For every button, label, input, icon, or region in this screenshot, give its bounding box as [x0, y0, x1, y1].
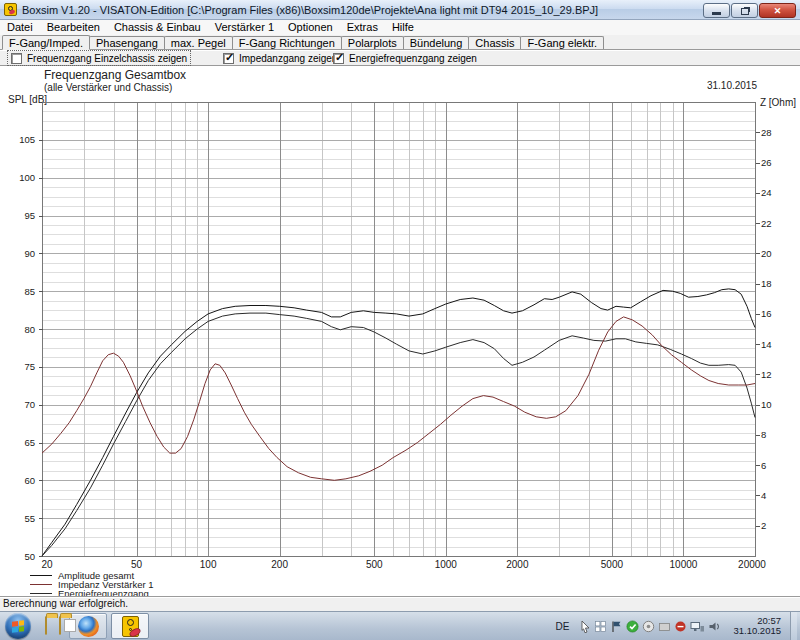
taskbar: DE 20:57 31.10.2015: [0, 611, 800, 640]
frequency-response-plot: 1051009590858075706560555028262422201816…: [0, 66, 800, 596]
checkbox-group-impedanzgang-zeigen[interactable]: Impedanzgang zeigen: [220, 51, 340, 65]
svg-text:55: 55: [24, 513, 35, 524]
tab-f-gang-elektr[interactable]: F-Gang elektr.: [520, 36, 604, 49]
checkbox-energiefrequenzgang-zeigen[interactable]: [333, 53, 344, 64]
boxsim-icon: [122, 616, 139, 637]
legend-line-sample: [30, 575, 52, 576]
menu-item-datei[interactable]: Datei: [0, 20, 40, 35]
show-desktop-button[interactable]: [790, 612, 797, 640]
minimize-icon: [712, 12, 721, 15]
shield-check-icon[interactable]: [626, 620, 639, 633]
clock[interactable]: 20:57 31.10.2015: [733, 616, 781, 636]
svg-text:6: 6: [761, 460, 766, 471]
window-title: Boxsim V1.20 - VISATON-Edition [C:\Progr…: [22, 4, 598, 16]
restore-button[interactable]: [731, 3, 758, 18]
language-indicator[interactable]: DE: [556, 621, 570, 632]
menu-item-bearbeiten[interactable]: Bearbeiten: [40, 20, 107, 35]
flag-icon[interactable]: [610, 620, 623, 633]
checkbox-group-frequenzgang-einzelchassis-zeigen[interactable]: Frequenzgang Einzelchassis zeigen: [8, 51, 190, 65]
svg-text:200: 200: [271, 559, 288, 570]
tab-row: F-Gang/Imped.Phasengangmax. PegelF-Gang …: [0, 35, 800, 50]
svg-text:28: 28: [761, 127, 772, 138]
svg-text:5000: 5000: [601, 559, 624, 570]
windows-grid-icon[interactable]: [594, 620, 607, 633]
menu-item-verstärker-1[interactable]: Verstärker 1: [208, 20, 281, 35]
taskbar-item-windows-explorer[interactable]: [45, 617, 47, 635]
svg-text:50: 50: [131, 559, 143, 570]
tab-phasengang[interactable]: Phasengang: [89, 36, 165, 49]
tray-date: 31.10.2015: [733, 626, 781, 636]
tab-polarplots[interactable]: Polarplots: [341, 36, 404, 49]
documents-folder-icon: [59, 616, 61, 635]
svg-text:8: 8: [761, 429, 766, 440]
network-icon[interactable]: [690, 620, 705, 633]
svg-text:14: 14: [761, 339, 772, 350]
svg-text:65: 65: [24, 437, 35, 448]
firefox-icon: [78, 616, 99, 637]
status-bar: Berechnung war erfolgreich.: [0, 596, 800, 611]
close-button[interactable]: ✕: [759, 3, 796, 18]
curve-energiefrequenzgang: [42, 313, 755, 556]
svg-text:26: 26: [761, 157, 772, 168]
curve-amplitude-gesamt: [42, 289, 755, 556]
restore-icon: [741, 8, 749, 15]
svg-text:24: 24: [761, 187, 772, 198]
alert-red-icon[interactable]: [674, 620, 687, 633]
checkbox-label: Impedanzgang zeigen: [239, 53, 337, 64]
cursor-icon[interactable]: [578, 620, 591, 633]
chart-legend: Amplitude gesamtImpedanz Verstärker 1Ene…: [30, 571, 154, 598]
checkbox-label: Frequenzgang Einzelchassis zeigen: [27, 53, 187, 64]
wheel-icon[interactable]: [642, 620, 655, 633]
curve-impedanz-verstärker-1: [42, 317, 755, 480]
checkbox-label: Energiefrequenzgang zeigen: [349, 53, 477, 64]
svg-text:70: 70: [24, 399, 35, 410]
svg-text:20: 20: [41, 559, 53, 570]
system-tray: DE 20:57 31.10.2015: [556, 612, 800, 640]
taskbar-item-boxsim[interactable]: [111, 613, 149, 639]
tab-bündelung[interactable]: Bündelung: [403, 36, 470, 49]
svg-text:75: 75: [24, 361, 35, 372]
svg-text:100: 100: [200, 559, 217, 570]
minimize-button[interactable]: [703, 3, 730, 18]
svg-text:20000: 20000: [738, 559, 766, 570]
start-button[interactable]: [5, 613, 31, 639]
svg-text:10000: 10000: [670, 559, 698, 570]
card-icon[interactable]: [658, 620, 671, 633]
menu-bar: DateiBearbeitenChassis & EinbauVerstärke…: [0, 20, 800, 35]
svg-text:60: 60: [24, 475, 35, 486]
tab-f-gang-imped[interactable]: F-Gang/Imped.: [2, 35, 90, 50]
boxsim-app-icon: [4, 3, 17, 16]
svg-text:18: 18: [761, 278, 772, 289]
legend-line-sample: [30, 584, 52, 585]
status-text: Berechnung war erfolgreich.: [3, 598, 128, 609]
checkbox-frequenzgang-einzelchassis-zeigen[interactable]: [11, 53, 22, 64]
svg-text:2000: 2000: [506, 559, 529, 570]
svg-text:100: 100: [19, 172, 35, 183]
tab-f-gang-richtungen[interactable]: F-Gang Richtungen: [232, 36, 342, 49]
folder-icon: [45, 616, 47, 635]
svg-text:1000: 1000: [435, 559, 458, 570]
options-toolbar: Frequenzgang Einzelchassis zeigenImpedan…: [0, 50, 800, 66]
tab-max-pegel[interactable]: max. Pegel: [164, 36, 233, 49]
svg-text:4: 4: [761, 490, 766, 501]
svg-text:22: 22: [761, 218, 772, 229]
svg-text:12: 12: [761, 369, 772, 380]
checkbox-group-energiefrequenzgang-zeigen[interactable]: Energiefrequenzgang zeigen: [330, 51, 480, 65]
svg-text:16: 16: [761, 308, 772, 319]
checkbox-impedanzgang-zeigen[interactable]: [223, 53, 234, 64]
svg-text:500: 500: [366, 559, 383, 570]
volume-icon[interactable]: [708, 620, 722, 633]
title-bar[interactable]: Boxsim V1.20 - VISATON-Edition [C:\Progr…: [0, 0, 800, 20]
svg-text:2: 2: [761, 520, 766, 531]
svg-text:50: 50: [24, 551, 35, 562]
tab-chassis[interactable]: Chassis: [468, 36, 521, 49]
menu-item-extras[interactable]: Extras: [340, 20, 385, 35]
menu-item-chassis-einbau[interactable]: Chassis & Einbau: [107, 20, 208, 35]
menu-item-hilfe[interactable]: Hilfe: [385, 20, 421, 35]
svg-text:95: 95: [24, 210, 35, 221]
svg-text:10: 10: [761, 399, 772, 410]
menu-item-optionen[interactable]: Optionen: [281, 20, 340, 35]
taskbar-item-documents-folder[interactable]: [59, 617, 61, 635]
svg-text:20: 20: [761, 248, 772, 259]
svg-text:90: 90: [24, 248, 35, 259]
